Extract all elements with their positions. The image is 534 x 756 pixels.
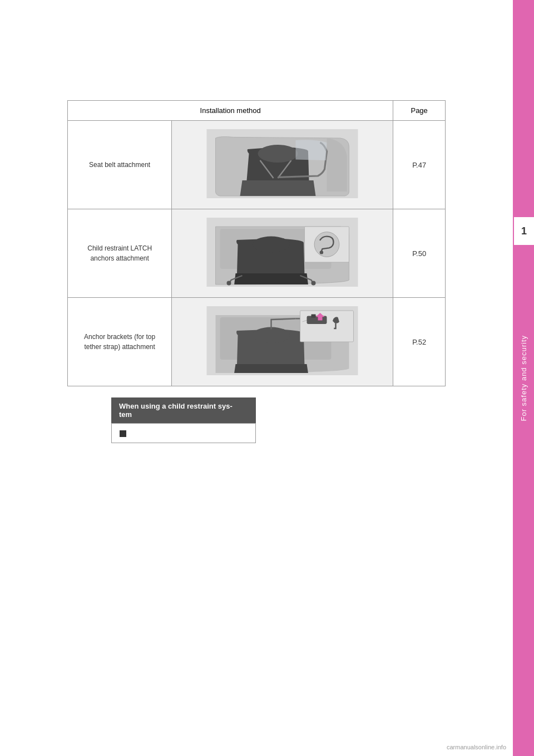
table-header-page: Page xyxy=(393,101,446,121)
svg-point-3 xyxy=(258,145,298,163)
svg-point-10 xyxy=(314,232,339,257)
watermark: carmanualsonline.info xyxy=(447,744,506,750)
image-cell-latch xyxy=(172,209,393,298)
svg-point-7 xyxy=(227,281,231,286)
method-label-latch: Child restraint LATCH anchors attachment xyxy=(68,209,172,298)
main-content: Installation method Page Seat belt attac… xyxy=(0,0,513,477)
anchor-illustration xyxy=(180,306,384,375)
image-cell-anchor xyxy=(172,298,393,386)
sidebar-chapter-number: 1 xyxy=(513,217,534,245)
warning-body xyxy=(111,423,256,443)
svg-point-8 xyxy=(312,281,316,286)
sidebar-tab-label: For safety and security xyxy=(520,335,528,421)
warning-bullet-icon xyxy=(120,430,126,437)
table-row: Child restraint LATCH anchors attachment xyxy=(68,209,446,298)
installation-table: Installation method Page Seat belt attac… xyxy=(67,100,446,386)
svg-rect-17 xyxy=(307,316,327,324)
svg-point-11 xyxy=(320,251,323,254)
method-label-seatbelt: Seat belt attachment xyxy=(68,121,172,209)
table-header-method: Installation method xyxy=(68,101,393,121)
warning-section: When using a child restraint sys- tem xyxy=(111,397,490,443)
warning-title: When using a child restraint sys- tem xyxy=(111,397,256,423)
latch-illustration xyxy=(180,218,384,287)
table-row: Seat belt attachment xyxy=(68,121,446,209)
image-cell-seatbelt xyxy=(172,121,393,209)
page-ref-latch: P.50 xyxy=(393,209,446,298)
page-ref-seatbelt: P.47 xyxy=(393,121,446,209)
svg-rect-15 xyxy=(300,311,354,342)
table-row: Anchor brackets (for top tether strap) a… xyxy=(68,298,446,386)
method-label-anchor: Anchor brackets (for top tether strap) a… xyxy=(68,298,172,386)
svg-point-6 xyxy=(253,237,290,253)
sidebar-tab: For safety and security xyxy=(513,0,534,756)
svg-rect-18 xyxy=(312,314,316,317)
seat-belt-illustration xyxy=(180,129,384,198)
svg-point-14 xyxy=(253,327,290,343)
page-ref-anchor: P.52 xyxy=(393,298,446,386)
